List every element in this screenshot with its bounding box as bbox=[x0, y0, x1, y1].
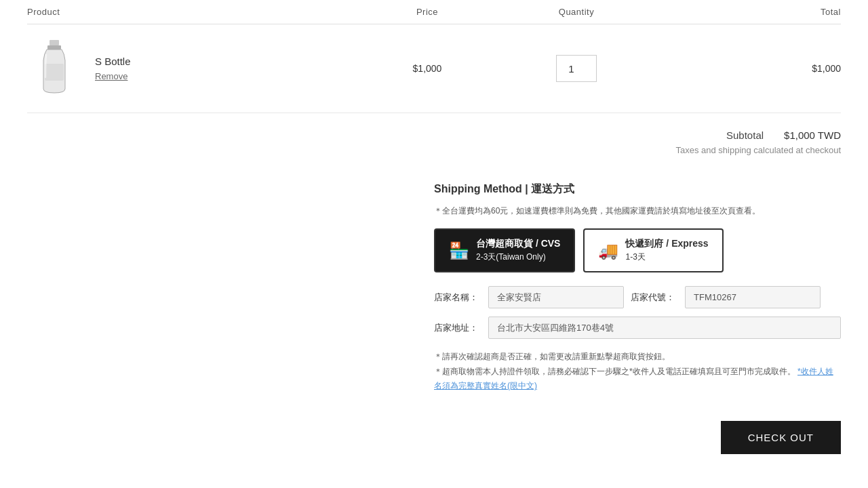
header-total: Total bbox=[651, 7, 841, 17]
product-cell: S Bottle Remove bbox=[27, 38, 353, 99]
store-name-input[interactable] bbox=[488, 286, 624, 308]
bottle-icon bbox=[37, 40, 71, 98]
cvs-store-icon: 🏪 bbox=[449, 241, 469, 260]
product-image bbox=[27, 38, 81, 99]
shipping-option-express[interactable]: 🚚 快遞到府 / Express 1-3天 bbox=[583, 228, 723, 272]
subtotal-label: Subtotal bbox=[726, 129, 764, 141]
cart-table-header: Product Price Quantity Total bbox=[27, 0, 841, 24]
cvs-option-days: 2-3天(Taiwan Only) bbox=[476, 251, 560, 263]
subtotal-row: Subtotal $1,000 TWD bbox=[726, 129, 841, 141]
remove-button[interactable]: Remove bbox=[95, 71, 131, 81]
subtotal-value: $1,000 TWD bbox=[784, 129, 841, 141]
store-name-row: 店家名稱： 店家代號： bbox=[434, 286, 841, 308]
item-price: $1,000 bbox=[353, 63, 502, 74]
cart-item-row: S Bottle Remove $1,000 $1,000 bbox=[27, 24, 841, 113]
shipping-section: Shipping Method | 運送方式 ＊全台運費均為60元，如速運費標準… bbox=[27, 182, 841, 468]
header-product: Product bbox=[27, 7, 353, 17]
express-option-days: 1-3天 bbox=[625, 251, 708, 263]
svg-rect-2 bbox=[45, 64, 64, 81]
shipping-note: ＊全台運費均為60元，如速運費標準則為免費，其他國家運費請於填寫地址後至次頁查看… bbox=[434, 205, 841, 218]
pickup-notes: ＊請再次確認超商是否正確，如需更改請重新點擊超商取貨按鈕。 ＊超商取物需本人持證… bbox=[434, 350, 841, 394]
item-total: $1,000 bbox=[651, 63, 841, 74]
express-delivery-icon: 🚚 bbox=[598, 241, 618, 260]
tax-shipping-note: Taxes and shipping calculated at checkou… bbox=[675, 145, 841, 155]
checkout-button[interactable]: CHECK OUT bbox=[721, 421, 841, 454]
shipping-title: Shipping Method | 運送方式 bbox=[434, 182, 841, 197]
svg-rect-0 bbox=[50, 40, 59, 45]
item-quantity-cell bbox=[502, 55, 651, 82]
pickup-note-2: ＊超商取物需本人持證件領取，請務必確認下一步驟之*收件人及電話正確填寫且可至門市… bbox=[434, 365, 841, 394]
store-address-row: 店家地址： bbox=[434, 317, 841, 339]
product-info: S Bottle Remove bbox=[95, 56, 131, 81]
store-address-input[interactable] bbox=[488, 317, 841, 339]
shipping-option-cvs[interactable]: 🏪 台灣超商取貨 / CVS 2-3天(Taiwan Only) bbox=[434, 228, 575, 272]
store-code-label: 店家代號： bbox=[631, 291, 678, 304]
product-name: S Bottle bbox=[95, 56, 131, 67]
checkout-area: CHECK OUT bbox=[434, 407, 841, 468]
store-fields: 店家名稱： 店家代號： 店家地址： bbox=[434, 286, 841, 339]
svg-rect-1 bbox=[47, 45, 61, 49]
header-quantity: Quantity bbox=[502, 7, 651, 17]
store-code-input[interactable] bbox=[685, 286, 821, 308]
store-address-label: 店家地址： bbox=[434, 322, 481, 334]
order-summary: Subtotal $1,000 TWD Taxes and shipping c… bbox=[27, 113, 841, 162]
store-name-label: 店家名稱： bbox=[434, 291, 481, 304]
quantity-input[interactable] bbox=[556, 55, 597, 82]
header-price: Price bbox=[353, 7, 502, 17]
shipping-options: 🏪 台灣超商取貨 / CVS 2-3天(Taiwan Only) 🚚 快遞到府 … bbox=[434, 228, 841, 272]
express-option-name: 快遞到府 / Express bbox=[625, 238, 708, 250]
cvs-option-name: 台灣超商取貨 / CVS bbox=[476, 238, 560, 250]
pickup-note-1: ＊請再次確認超商是否正確，如需更改請重新點擊超商取貨按鈕。 bbox=[434, 350, 841, 365]
